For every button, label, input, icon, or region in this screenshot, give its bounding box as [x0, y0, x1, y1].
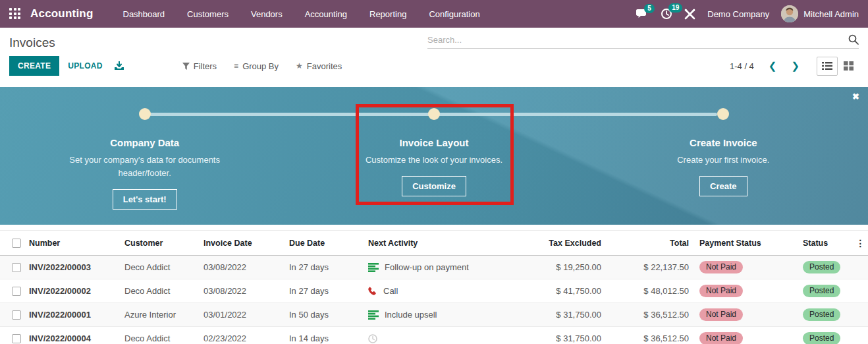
create-button[interactable]: CREATE	[9, 56, 59, 76]
onboarding-step-invoice-layout: Invoice Layout Customize the look of you…	[289, 108, 578, 225]
tasks-icon[interactable]	[368, 310, 379, 320]
clock-icon[interactable]	[368, 334, 377, 343]
onboarding-step-company-data: Company Data Set your company's data for…	[0, 108, 289, 225]
cell-due-date: In 27 days	[286, 256, 366, 279]
search-input[interactable]	[427, 35, 848, 45]
tasks-icon[interactable]	[368, 263, 379, 272]
group-by-icon: ≡	[234, 61, 238, 71]
group-by-label: Group By	[242, 61, 279, 71]
cell-customer: Azure Interior	[122, 303, 201, 327]
kanban-view-button[interactable]	[838, 57, 859, 76]
row-checkbox[interactable]	[12, 334, 21, 343]
table-row[interactable]: INV/2022/00001 Azure Interior 03/01/2022…	[0, 303, 868, 327]
cell-customer: Deco Addict	[122, 279, 201, 303]
column-header-payment-status[interactable]: Payment Status	[697, 231, 800, 256]
menu-reporting[interactable]: Reporting	[358, 0, 418, 28]
page-title: Invoices	[9, 36, 55, 50]
cell-number: INV/2022/00002	[26, 279, 122, 303]
favorites-button[interactable]: ★ Favorites	[296, 61, 342, 71]
payment-status-badge: Not Paid	[699, 285, 743, 297]
column-header-next-activity[interactable]: Next Activity	[366, 231, 520, 256]
banner-close-icon[interactable]: ✖	[852, 92, 859, 101]
filters-button[interactable]: Filters	[182, 61, 217, 71]
menu-customers[interactable]: Customers	[176, 0, 240, 28]
cell-total: $ 36,512.50	[609, 327, 697, 344]
column-header-status[interactable]: Status	[800, 231, 853, 256]
cell-invoice-date: 03/08/2022	[201, 256, 286, 279]
column-header-number[interactable]: Number	[26, 231, 122, 256]
optional-columns-icon[interactable]: ⋮	[853, 231, 868, 256]
cell-number: INV/2022/00003	[26, 256, 122, 279]
create-invoice-button[interactable]: Create	[699, 176, 747, 196]
user-menu[interactable]: Mitchell Admin	[803, 9, 859, 19]
company-switcher[interactable]: Demo Company	[707, 9, 769, 19]
cell-number: INV/2022/00004	[26, 327, 122, 344]
status-badge: Posted	[803, 308, 840, 321]
control-panel: Invoices CREATE UPLOAD Filters ≡ Group B…	[0, 28, 868, 87]
main-menu: Dashboard Customers Vendors Accounting R…	[112, 0, 491, 28]
step-description: Set your company's data for documents he…	[68, 154, 221, 180]
cell-total: $ 22,137.50	[609, 256, 697, 279]
list-view-button[interactable]	[817, 57, 838, 76]
customize-button[interactable]: Customize	[402, 176, 466, 196]
cell-due-date: In 27 days	[286, 279, 366, 303]
cell-activity-label: Follow-up on payment	[385, 262, 469, 272]
activities-button[interactable]: 19	[661, 8, 672, 20]
step-description: Create your first invoice.	[677, 154, 769, 167]
phone-icon[interactable]	[368, 287, 377, 296]
table-row[interactable]: INV/2022/00004 Deco Addict 02/23/2022 In…	[0, 327, 868, 344]
cell-tax-excluded: $ 41,750.00	[520, 279, 609, 303]
download-icon[interactable]	[114, 61, 124, 71]
payment-status-badge: Not Paid	[699, 261, 743, 273]
table-row[interactable]: INV/2022/00003 Deco Addict 03/08/2022 In…	[0, 256, 868, 279]
column-header-tax-excluded[interactable]: Tax Excluded	[520, 231, 609, 256]
column-header-due-date[interactable]: Due Date	[286, 231, 366, 256]
status-badge: Posted	[803, 332, 840, 344]
favorites-label: Favorites	[307, 61, 342, 71]
step-dot-icon	[717, 108, 729, 120]
row-checkbox[interactable]	[12, 310, 21, 320]
lets-start-button[interactable]: Let's start!	[113, 189, 177, 210]
row-checkbox[interactable]	[12, 263, 21, 272]
menu-dashboard[interactable]: Dashboard	[112, 0, 176, 28]
messages-count-badge: 5	[644, 4, 655, 13]
payment-status-badge: Not Paid	[699, 332, 743, 344]
column-header-invoice-date[interactable]: Invoice Date	[201, 231, 286, 256]
pager-previous-button[interactable]: ❮	[765, 60, 781, 72]
menu-vendors[interactable]: Vendors	[240, 0, 294, 28]
menu-configuration[interactable]: Configuration	[418, 0, 491, 28]
onboarding-step-create-invoice: Create Invoice Create your first invoice…	[579, 108, 868, 225]
cell-tax-excluded: $ 19,250.00	[520, 256, 609, 279]
table-row[interactable]: INV/2022/00002 Deco Addict 03/08/2022 In…	[0, 279, 868, 303]
column-header-customer[interactable]: Customer	[122, 231, 201, 256]
column-header-total[interactable]: Total	[609, 231, 697, 256]
menu-accounting[interactable]: Accounting	[294, 0, 358, 28]
filter-icon	[182, 63, 190, 70]
app-brand[interactable]: Accounting	[30, 7, 94, 20]
pager-range: 1-4 / 4	[730, 61, 754, 71]
activities-count-badge: 19	[668, 3, 682, 13]
step-description: Customize the look of your invoices.	[366, 154, 502, 167]
payment-status-badge: Not Paid	[699, 308, 743, 321]
messages-button[interactable]: 5	[636, 9, 649, 20]
select-all-checkbox[interactable]	[12, 239, 21, 248]
user-avatar[interactable]	[781, 5, 798, 22]
onboarding-banner: ✖ Company Data Set your company's data f…	[0, 87, 868, 225]
debug-tools-button[interactable]	[684, 9, 695, 20]
cell-tax-excluded: $ 31,750.00	[520, 327, 609, 344]
cell-due-date: In 14 days	[286, 327, 366, 344]
cell-tax-excluded: $ 31,750.00	[520, 303, 609, 327]
cell-total: $ 36,512.50	[609, 303, 697, 327]
apps-menu-icon[interactable]	[9, 8, 21, 20]
search-box[interactable]	[427, 34, 859, 49]
pager-next-button[interactable]: ❯	[787, 60, 803, 72]
group-by-button[interactable]: ≡ Group By	[234, 61, 279, 71]
status-badge: Posted	[803, 285, 840, 297]
upload-button[interactable]: UPLOAD	[59, 56, 111, 76]
step-title: Invoice Layout	[399, 137, 468, 148]
row-checkbox[interactable]	[12, 287, 21, 296]
cell-activity-label: Call	[383, 286, 398, 296]
search-icon[interactable]	[848, 34, 859, 45]
cell-invoice-date: 02/23/2022	[201, 327, 286, 344]
cell-due-date: In 50 days	[286, 303, 366, 327]
